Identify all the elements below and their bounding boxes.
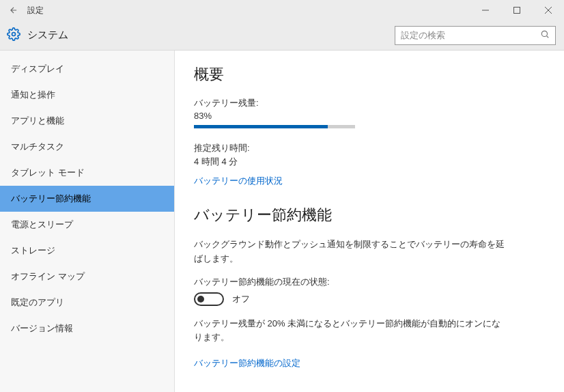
sidebar-item-6[interactable]: 電源とスリープ (0, 212, 174, 238)
saver-description: バックグラウンド動作とプッシュ通知を制限することでバッテリーの寿命を延ばします。 (194, 238, 508, 266)
sidebar-item-label: バージョン情報 (11, 322, 73, 335)
sidebar-item-5[interactable]: バッテリー節約機能 (0, 186, 174, 212)
sidebar-item-label: バッテリー節約機能 (11, 193, 91, 205)
sidebar-item-label: アプリと機能 (11, 115, 64, 127)
sidebar-item-1[interactable]: 通知と操作 (0, 82, 174, 108)
minimize-icon (482, 7, 489, 14)
sidebar-item-label: 既定のアプリ (11, 296, 64, 309)
header-title: システム (27, 29, 68, 42)
back-button[interactable] (5, 5, 22, 15)
estimated-time-label: 推定残り時間: (194, 142, 545, 154)
battery-progress-bar (194, 125, 355, 128)
window-controls (470, 0, 564, 20)
saver-state-label: バッテリー節約機能の現在の状態: (194, 276, 545, 288)
sidebar-item-label: 通知と操作 (11, 89, 55, 101)
sidebar-item-4[interactable]: タブレット モード (0, 160, 174, 186)
close-button[interactable] (533, 0, 564, 20)
battery-remaining-value: 83% (194, 111, 545, 121)
sidebar-item-0[interactable]: ディスプレイ (0, 56, 174, 82)
auto-on-description: バッテリー残量が 20% 未満になるとバッテリー節約機能が自動的にオンになります… (194, 317, 508, 346)
gear-icon (7, 27, 20, 44)
sidebar-item-9[interactable]: 既定のアプリ (0, 290, 174, 316)
sidebar-item-label: ディスプレイ (11, 63, 64, 75)
svg-point-1 (12, 32, 16, 36)
titlebar: 設定 (0, 0, 564, 20)
sidebar-item-label: ストレージ (11, 244, 55, 257)
svg-rect-0 (514, 8, 520, 14)
saver-settings-link[interactable]: バッテリー節約機能の設定 (194, 357, 300, 369)
battery-usage-link[interactable]: バッテリーの使用状況 (194, 175, 283, 187)
sidebar-item-10[interactable]: バージョン情報 (0, 316, 174, 341)
svg-point-2 (541, 31, 547, 36)
saver-toggle-state: オフ (232, 293, 250, 305)
maximize-icon (513, 7, 520, 14)
toggle-knob-icon (197, 296, 204, 303)
sidebar-item-2[interactable]: アプリと機能 (0, 108, 174, 134)
sidebar-item-label: タブレット モード (11, 167, 85, 179)
sidebar-item-3[interactable]: マルチタスク (0, 134, 174, 160)
minimize-button[interactable] (470, 0, 501, 20)
close-icon (545, 7, 552, 14)
battery-remaining-label: バッテリー残量: (194, 97, 545, 109)
battery-progress-fill (194, 125, 328, 128)
window-title: 設定 (27, 5, 44, 16)
overview-heading: 概要 (194, 64, 545, 85)
search-icon (540, 29, 550, 41)
back-arrow-icon (9, 5, 18, 15)
sidebar-item-label: オフライン マップ (11, 270, 85, 283)
estimated-time-value: 4 時間 4 分 (194, 156, 545, 168)
sidebar-item-8[interactable]: オフライン マップ (0, 264, 174, 290)
search-input[interactable]: 設定の検索 (395, 26, 556, 45)
saver-heading: バッテリー節約機能 (194, 205, 545, 225)
sidebar-item-7[interactable]: ストレージ (0, 238, 174, 264)
header: システム 設定の検索 (0, 20, 564, 51)
sidebar: ディスプレイ通知と操作アプリと機能マルチタスクタブレット モードバッテリー節約機… (0, 51, 175, 392)
sidebar-item-label: マルチタスク (11, 141, 64, 153)
maximize-button[interactable] (501, 0, 533, 20)
search-placeholder: 設定の検索 (401, 29, 445, 42)
saver-toggle[interactable] (194, 292, 224, 306)
content: 概要 バッテリー残量: 83% 推定残り時間: 4 時間 4 分 バッテリーの使… (175, 51, 564, 392)
sidebar-item-label: 電源とスリープ (11, 219, 73, 231)
